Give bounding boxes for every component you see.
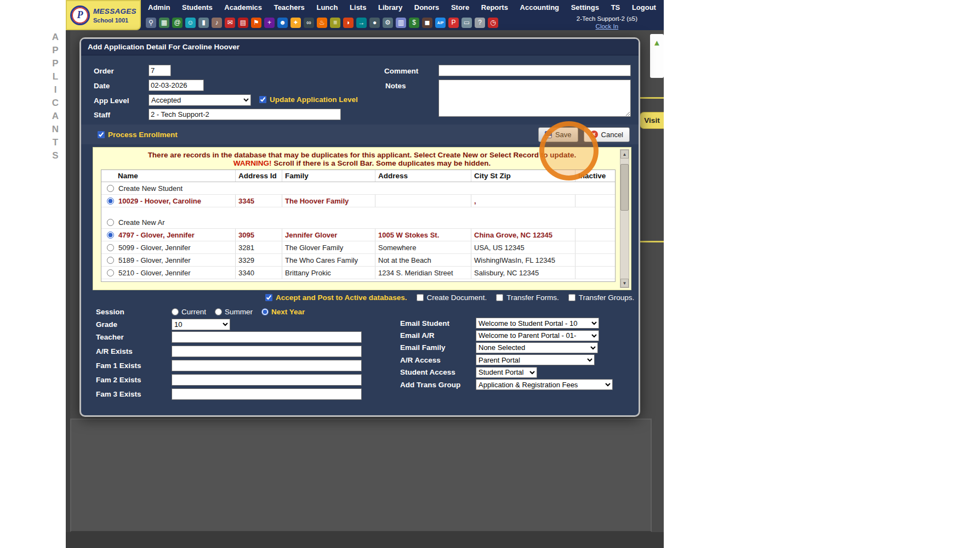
accept-post-option[interactable]: Accept and Post to Active databases. bbox=[265, 293, 407, 302]
comment-input[interactable] bbox=[438, 65, 631, 76]
nav-item-library[interactable]: Library bbox=[378, 3, 402, 12]
email-student-select[interactable]: Welcome to Student Portal - 10 bbox=[476, 318, 599, 329]
transfer-groups-option[interactable]: Transfer Groups. bbox=[568, 293, 635, 302]
visit-button[interactable]: Visit bbox=[640, 112, 664, 129]
session-radio[interactable] bbox=[172, 308, 179, 315]
transfer-groups-checkbox[interactable] bbox=[568, 294, 576, 301]
update-application-level-checkbox[interactable] bbox=[259, 96, 266, 103]
nav-item-reports[interactable]: Reports bbox=[481, 3, 508, 12]
row-select-radio[interactable] bbox=[107, 219, 114, 226]
table-row[interactable]: 4797 - Glover, Jennifer3095Jennifer Glov… bbox=[101, 229, 615, 241]
table-row[interactable]: Create New Ar bbox=[101, 216, 615, 229]
schedule-icon[interactable]: ▤ bbox=[238, 18, 248, 28]
fam3-exists-input[interactable] bbox=[172, 388, 362, 400]
nav-item-store[interactable]: Store bbox=[451, 3, 469, 12]
add-student-icon[interactable]: + bbox=[264, 18, 275, 28]
staff-input[interactable] bbox=[149, 109, 341, 120]
teacher-input[interactable] bbox=[172, 331, 362, 343]
email-family-select[interactable]: None Selected bbox=[476, 342, 598, 353]
ar-exists-input[interactable] bbox=[172, 346, 362, 357]
find-student-icon[interactable]: ∞ bbox=[304, 18, 314, 28]
table-row[interactable]: 5210 - Glover, Jennifer3340Brittany Prok… bbox=[101, 267, 615, 279]
session-radio[interactable] bbox=[215, 308, 222, 315]
session-option-current[interactable]: Current bbox=[172, 308, 206, 316]
scrollbar-track[interactable] bbox=[620, 159, 629, 279]
order-input[interactable] bbox=[149, 65, 171, 76]
email-at-icon[interactable]: @ bbox=[172, 18, 183, 28]
notes-textarea[interactable] bbox=[438, 80, 631, 117]
mobile-icon[interactable]: ▮ bbox=[198, 18, 209, 28]
nav-item-logout[interactable]: Logout bbox=[632, 3, 656, 12]
create-document-checkbox[interactable] bbox=[417, 294, 424, 301]
table-row[interactable]: 5099 - Glover, Jennifer3281The Glover Fa… bbox=[101, 241, 615, 254]
briefcase-icon[interactable]: ◼ bbox=[422, 18, 432, 28]
row-select-radio[interactable] bbox=[107, 269, 114, 276]
lunch-icon[interactable]: ♨ bbox=[317, 18, 327, 28]
grade-select[interactable]: 10 bbox=[172, 319, 230, 330]
save-button[interactable]: Save bbox=[538, 127, 578, 142]
process-enrollment-option[interactable]: Process Enrollment bbox=[98, 131, 178, 139]
mail-icon[interactable]: ✉ bbox=[225, 18, 235, 28]
search-icon[interactable]: ⚲ bbox=[146, 18, 156, 28]
student-access-select[interactable]: Student Portal bbox=[476, 367, 537, 378]
payment-icon[interactable]: $ bbox=[409, 18, 419, 28]
clock-icon[interactable]: ◷ bbox=[488, 18, 498, 28]
session-option-summer[interactable]: Summer bbox=[215, 308, 253, 316]
list-icon[interactable]: ▥ bbox=[396, 18, 406, 28]
notes-icon[interactable]: ≡ bbox=[330, 18, 340, 28]
transfer-forms-checkbox[interactable] bbox=[496, 294, 503, 301]
scroll-down-button[interactable]: ▼ bbox=[620, 279, 629, 287]
table-row[interactable]: 10029 - Hoover, Caroline3345The Hoover F… bbox=[101, 195, 615, 207]
table-row[interactable]: Create New Student bbox=[101, 182, 615, 195]
pdf-icon[interactable]: P bbox=[448, 18, 459, 28]
accept-post-checkbox[interactable] bbox=[265, 294, 272, 301]
nav-item-admin[interactable]: Admin bbox=[148, 3, 170, 12]
time-settings-icon[interactable]: ⚙ bbox=[383, 18, 393, 28]
process-enrollment-checkbox[interactable] bbox=[98, 131, 105, 138]
accounts-payable-icon[interactable]: A/P bbox=[435, 18, 446, 28]
transfer-forms-option[interactable]: Transfer Forms. bbox=[496, 293, 559, 302]
nav-item-students[interactable]: Students bbox=[182, 3, 213, 12]
nav-item-settings[interactable]: Settings bbox=[571, 3, 599, 12]
nav-item-accounting[interactable]: Accounting bbox=[520, 3, 560, 12]
row-select-radio[interactable] bbox=[107, 185, 114, 192]
nav-item-teachers[interactable]: Teachers bbox=[274, 3, 305, 12]
nav-item-lunch[interactable]: Lunch bbox=[316, 3, 338, 12]
ar-access-select[interactable]: Parent Portal bbox=[476, 354, 595, 365]
row-select-radio[interactable] bbox=[107, 257, 114, 264]
session-option-next-year[interactable]: Next Year bbox=[261, 308, 305, 316]
app-logo[interactable]: P MESSAGES School 1001 bbox=[66, 0, 141, 30]
person-icon[interactable]: ● bbox=[369, 18, 380, 28]
fam2-exists-input[interactable] bbox=[172, 374, 362, 386]
nav-item-academics[interactable]: Academics bbox=[224, 3, 262, 12]
row-select-radio[interactable] bbox=[107, 197, 114, 205]
email-ar-select[interactable]: Welcome to Parent Portal - 01- bbox=[476, 330, 599, 341]
announcement-icon[interactable]: ⚑ bbox=[251, 18, 261, 28]
award-icon[interactable]: ✦ bbox=[290, 18, 301, 28]
audio-icon[interactable]: ♪ bbox=[212, 18, 222, 28]
nav-item-ts[interactable]: TS bbox=[611, 3, 620, 12]
table-row[interactable]: 5189 - Glover, Jennifer3329The Who Cares… bbox=[101, 254, 615, 267]
clock-in-link[interactable]: Clock In bbox=[596, 23, 619, 30]
cancel-button[interactable]: Cancel bbox=[584, 127, 630, 142]
scroll-up-button[interactable]: ▲ bbox=[620, 150, 629, 159]
send-icon[interactable]: → bbox=[356, 18, 367, 28]
nav-item-donors[interactable]: Donors bbox=[414, 3, 440, 12]
duplicates-scrollbar[interactable]: ▲ ▼ bbox=[620, 149, 629, 288]
scrollbar-thumb[interactable] bbox=[620, 164, 629, 211]
scroll-top-strip[interactable]: ▲ bbox=[650, 34, 664, 78]
create-document-option[interactable]: Create Document. bbox=[417, 293, 487, 302]
students-icon[interactable]: ☻ bbox=[277, 18, 288, 28]
chat-icon[interactable]: ☺ bbox=[185, 18, 196, 28]
date-input[interactable] bbox=[149, 80, 204, 91]
snack-icon[interactable]: ◗ bbox=[343, 18, 354, 28]
nav-item-lists[interactable]: Lists bbox=[350, 3, 366, 12]
scroll-top-icon[interactable]: ▲ bbox=[653, 38, 661, 78]
update-application-level-option[interactable]: Update Application Level bbox=[259, 95, 358, 104]
session-radio[interactable] bbox=[261, 308, 269, 315]
fam1-exists-input[interactable] bbox=[172, 360, 362, 371]
add-trans-group-select[interactable]: Application & Registration Fees bbox=[476, 379, 613, 390]
print-icon[interactable]: ▭ bbox=[461, 18, 472, 28]
app-level-select[interactable]: Accepted bbox=[149, 94, 251, 106]
help-icon[interactable]: ? bbox=[475, 18, 485, 28]
